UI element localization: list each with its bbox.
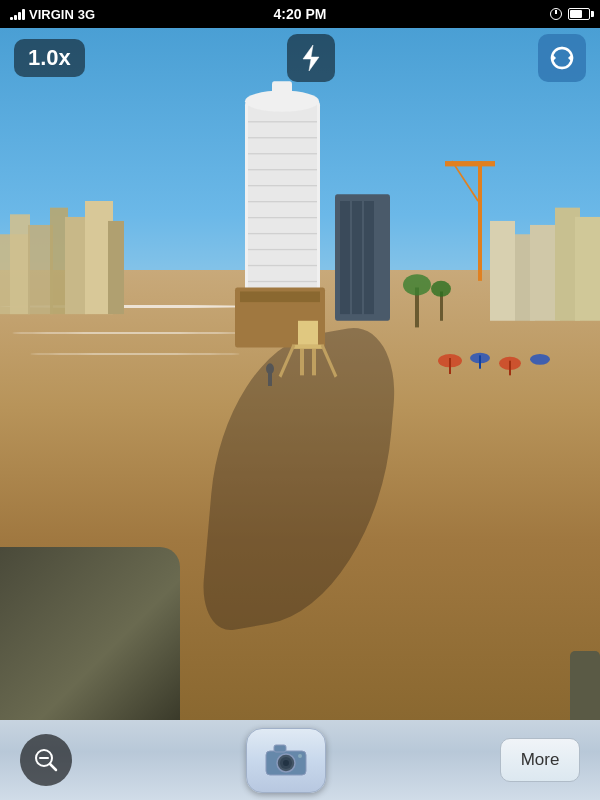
svg-rect-17 bbox=[248, 249, 317, 250]
beach-scene bbox=[0, 28, 600, 720]
top-controls: 1.0x bbox=[0, 28, 600, 88]
svg-rect-25 bbox=[340, 201, 350, 314]
status-right bbox=[550, 8, 590, 20]
zoom-out-button[interactable] bbox=[20, 734, 72, 786]
svg-rect-2 bbox=[28, 225, 53, 314]
svg-rect-1 bbox=[10, 214, 30, 314]
svg-rect-51 bbox=[294, 345, 322, 349]
svg-rect-13 bbox=[248, 185, 317, 186]
svg-rect-45 bbox=[509, 361, 511, 376]
svg-rect-47 bbox=[298, 321, 318, 348]
svg-rect-27 bbox=[364, 201, 374, 314]
time-display: 4:20 PM bbox=[274, 6, 327, 22]
shutter-button[interactable] bbox=[246, 728, 326, 793]
svg-rect-66 bbox=[274, 745, 286, 752]
svg-rect-26 bbox=[352, 201, 362, 314]
svg-rect-23 bbox=[240, 291, 320, 302]
camera-shutter-icon bbox=[264, 743, 308, 777]
svg-point-54 bbox=[266, 363, 274, 374]
svg-rect-14 bbox=[248, 201, 317, 202]
svg-point-46 bbox=[530, 354, 550, 365]
flash-icon bbox=[298, 43, 324, 73]
more-button[interactable]: More bbox=[500, 738, 580, 782]
network-label: 3G bbox=[78, 7, 95, 22]
svg-point-39 bbox=[431, 281, 451, 297]
svg-point-37 bbox=[403, 274, 431, 295]
svg-rect-43 bbox=[479, 355, 481, 368]
svg-point-67 bbox=[298, 754, 302, 758]
cityscape-svg bbox=[0, 28, 600, 720]
svg-point-65 bbox=[283, 760, 289, 766]
svg-rect-9 bbox=[248, 121, 317, 122]
svg-line-52 bbox=[280, 345, 294, 377]
battery-icon bbox=[568, 8, 590, 20]
svg-rect-19 bbox=[248, 281, 317, 282]
carrier-label: VIRGIN bbox=[29, 7, 74, 22]
bottom-bar: More bbox=[0, 720, 600, 800]
svg-rect-35 bbox=[575, 217, 600, 321]
zoom-badge[interactable]: 1.0x bbox=[14, 39, 85, 77]
svg-marker-56 bbox=[303, 45, 319, 71]
svg-marker-58 bbox=[552, 54, 556, 62]
svg-rect-4 bbox=[65, 217, 87, 314]
zoom-out-icon bbox=[32, 746, 60, 774]
svg-rect-49 bbox=[300, 349, 304, 376]
svg-rect-11 bbox=[248, 153, 317, 154]
svg-rect-50 bbox=[312, 349, 316, 376]
flash-button[interactable] bbox=[287, 34, 335, 82]
svg-rect-16 bbox=[248, 233, 317, 234]
svg-rect-6 bbox=[108, 221, 124, 314]
rotate-icon bbox=[548, 44, 576, 72]
more-label: More bbox=[521, 750, 560, 770]
svg-line-53 bbox=[322, 345, 336, 377]
signal-bars bbox=[10, 8, 25, 20]
svg-rect-18 bbox=[248, 265, 317, 266]
camera-icon bbox=[264, 743, 308, 777]
svg-rect-10 bbox=[248, 137, 317, 138]
svg-rect-28 bbox=[478, 161, 482, 281]
status-bar: VIRGIN 3G 4:20 PM bbox=[0, 0, 600, 28]
alarm-icon bbox=[550, 8, 562, 20]
svg-rect-41 bbox=[449, 358, 451, 374]
svg-line-30 bbox=[452, 161, 478, 201]
rotate-button[interactable] bbox=[538, 34, 586, 82]
svg-rect-31 bbox=[490, 221, 515, 321]
svg-rect-15 bbox=[248, 217, 317, 218]
camera-viewfinder[interactable] bbox=[0, 28, 600, 720]
status-left: VIRGIN 3G bbox=[10, 7, 95, 22]
svg-rect-55 bbox=[268, 373, 272, 386]
svg-line-61 bbox=[50, 764, 56, 770]
svg-rect-12 bbox=[248, 169, 317, 170]
